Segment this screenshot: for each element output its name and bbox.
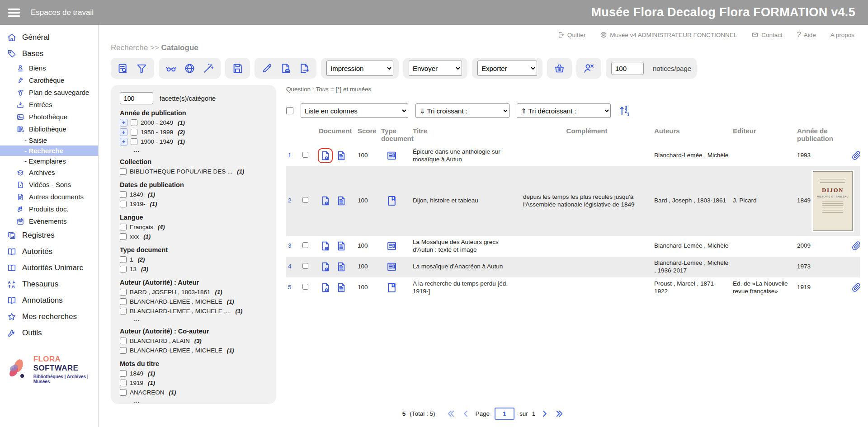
facet-more-button[interactable]: ...	[133, 146, 270, 153]
row-number-link[interactable]: 5	[286, 282, 301, 293]
row-checkbox[interactable]	[302, 242, 308, 248]
open-record-button[interactable]	[319, 239, 332, 253]
facet-checkbox[interactable]	[120, 224, 127, 230]
open-record-button[interactable]	[319, 149, 332, 162]
select-all-checkbox[interactable]	[286, 107, 293, 114]
sidebar-item-bases[interactable]: Bases	[0, 46, 98, 62]
attachment-button[interactable]	[851, 150, 860, 161]
workspace-label[interactable]: Espaces de travail	[31, 8, 94, 17]
facet-checkbox[interactable]	[120, 201, 127, 207]
sidebar-item-produits-doc[interactable]: Produits doc.	[0, 203, 98, 215]
sidebar-item-mes-recherches[interactable]: Mes recherches	[0, 309, 98, 325]
sidebar-item-registres[interactable]: Registres	[0, 227, 98, 244]
facet-checkbox[interactable]	[120, 289, 127, 296]
globe-button[interactable]	[183, 61, 197, 75]
view-record-button[interactable]	[335, 149, 348, 162]
facet-checkbox[interactable]	[120, 347, 127, 354]
export-select[interactable]: Exporter	[477, 61, 537, 76]
attachment-button[interactable]	[851, 282, 860, 293]
wand-button[interactable]	[201, 61, 215, 75]
sidebar-item-exemplaires[interactable]: - Exemplaires	[0, 156, 98, 166]
last-page-button[interactable]	[554, 408, 564, 419]
header-link-aide[interactable]: ?Aide	[797, 31, 816, 39]
docprint-button[interactable]	[278, 61, 292, 75]
sort-descending-select[interactable]: ⇑ Tri décroissant :	[517, 103, 611, 118]
row-checkbox[interactable]	[302, 263, 308, 269]
sidebar-item-recherche[interactable]: - Recherche	[0, 145, 98, 156]
view-record-button[interactable]	[335, 281, 348, 294]
sidebar-item-biens[interactable]: Biens	[0, 62, 98, 74]
view-record-button[interactable]	[335, 260, 348, 273]
notices-per-page-input[interactable]	[611, 62, 644, 75]
facet-count-input[interactable]	[120, 92, 153, 104]
sidebar-item-vid-os-sons[interactable]: Vidéos - Sons	[0, 178, 98, 191]
remove-user-selection-button[interactable]	[582, 61, 596, 75]
facet-checkbox[interactable]	[120, 298, 127, 305]
sidebar-item-autorit-s[interactable]: Autorités	[0, 244, 98, 260]
header-link-a-propos[interactable]: A propos	[830, 32, 854, 38]
row-checkbox[interactable]	[302, 197, 308, 203]
sidebar-item-caroth-que[interactable]: Carothèque	[0, 74, 98, 86]
facet-checkbox[interactable]	[120, 233, 127, 240]
filter-button[interactable]	[135, 61, 149, 75]
facet-checkbox[interactable]	[131, 119, 137, 126]
row-number-link[interactable]: 2	[286, 195, 301, 206]
print-select[interactable]: Impression	[326, 61, 393, 76]
next-page-button[interactable]	[539, 408, 550, 419]
facet-checkbox[interactable]	[120, 338, 127, 344]
sort-ascending-select[interactable]: ⇓ Tri croissant :	[415, 103, 509, 118]
breadcrumb-parent[interactable]: Recherche	[111, 43, 148, 52]
row-number-link[interactable]: 3	[286, 240, 301, 252]
open-record-button[interactable]	[319, 260, 332, 273]
sidebar-item-entr-es[interactable]: Entrées	[0, 99, 98, 111]
row-checkbox[interactable]	[302, 284, 308, 290]
save-button[interactable]	[231, 61, 245, 75]
view-record-button[interactable]	[335, 194, 348, 207]
docexport-button[interactable]	[297, 61, 311, 75]
sidebar-item-autorit-s-unimarc[interactable]: Autorités Unimarc	[0, 260, 98, 276]
facet-checkbox[interactable]	[120, 191, 127, 198]
sidebar-item-ev-nements[interactable]: Evènements	[0, 215, 98, 227]
view-record-button[interactable]	[335, 239, 348, 253]
sidebar-item-biblioth-que[interactable]: Bibliothèque	[0, 123, 98, 135]
glasses-button[interactable]	[164, 61, 178, 75]
sidebar-item-outils[interactable]: Outils	[0, 325, 98, 341]
sidebar-item-thesaurus[interactable]: Thesaurus	[0, 276, 98, 292]
sidebar-item-g-n-ral[interactable]: Général	[0, 29, 98, 46]
listsearch-button[interactable]	[116, 61, 130, 75]
send-select[interactable]: Envoyer	[409, 61, 462, 76]
facet-checkbox[interactable]	[131, 138, 137, 145]
open-record-button[interactable]	[319, 194, 332, 207]
facet-checkbox[interactable]	[120, 266, 127, 272]
facet-checkbox[interactable]	[120, 256, 127, 263]
header-link-mus-e-v4-administrateur-fonctionnel[interactable]: Musée v4 ADMINISTRATEUR FONCTIONNEL	[600, 31, 737, 38]
sidebar-item-autres-documents[interactable]: Autres documents	[0, 191, 98, 203]
attachment-button[interactable]	[851, 241, 860, 251]
header-link-contact[interactable]: Contact	[751, 31, 783, 38]
previous-page-button[interactable]	[461, 408, 471, 419]
facet-checkbox[interactable]	[120, 370, 127, 377]
numeric-sort-button[interactable]	[618, 104, 632, 117]
first-page-button[interactable]	[446, 408, 457, 419]
sidebar-item-archives[interactable]: Archives	[0, 166, 98, 178]
facet-checkbox[interactable]	[120, 389, 127, 396]
row-checkbox[interactable]	[302, 152, 308, 158]
expand-facet-button[interactable]: +	[120, 138, 127, 145]
expand-facet-button[interactable]: +	[120, 128, 127, 136]
sidebar-item-phototh-que[interactable]: Photothèque	[0, 111, 98, 123]
facet-checkbox[interactable]	[120, 308, 127, 314]
view-mode-select[interactable]: Liste en colonnes	[301, 103, 408, 118]
facet-more-button[interactable]: ...	[133, 397, 270, 404]
pencil-button[interactable]	[260, 61, 274, 75]
sidebar-item-saisie[interactable]: - Saisie	[0, 135, 98, 145]
facet-checkbox[interactable]	[120, 380, 127, 386]
open-record-button[interactable]	[319, 281, 332, 294]
expand-facet-button[interactable]: +	[120, 119, 127, 127]
facet-more-button[interactable]: ...	[133, 316, 270, 323]
row-number-link[interactable]: 4	[286, 261, 301, 272]
page-number-input[interactable]	[495, 408, 514, 420]
header-link-quitter[interactable]: Quitter	[557, 31, 586, 38]
row-number-link[interactable]: 1	[286, 150, 301, 161]
facet-checkbox[interactable]	[120, 168, 127, 175]
basket-button[interactable]	[552, 61, 566, 75]
